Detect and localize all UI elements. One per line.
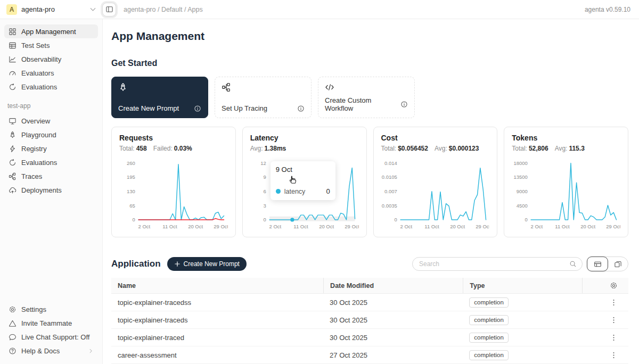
table-row[interactable]: career-assessment 27 Oct 2025 completion (111, 346, 628, 364)
svg-text:11 Oct: 11 Oct (555, 224, 570, 229)
app-date-modified: 30 Oct 2025 (323, 299, 463, 307)
sidebar-item-help-docs[interactable]: Help & Docs (4, 344, 98, 358)
metric-stat: Avg:$0.000123 (435, 145, 479, 152)
chart-tooltip: 9 Oct latency 0 (271, 161, 335, 200)
table-row[interactable]: topic-explainer-traceds 30 Oct 2025 comp… (111, 311, 628, 329)
chevron-right-icon (88, 348, 94, 354)
workspace-avatar: A (6, 4, 17, 15)
gear-icon (610, 282, 618, 289)
type-badge: completion (469, 297, 509, 308)
sidebar-item-app-management[interactable]: App Management (4, 24, 98, 38)
table-row[interactable]: topic-explainer-traced 30 Oct 2025 compl… (111, 329, 628, 346)
svg-text:6: 6 (263, 188, 266, 194)
sidebar-item-label: Evaluators (21, 69, 54, 77)
svg-text:29 Oct: 29 Oct (214, 224, 227, 229)
sidebar-item-traces[interactable]: Traces (4, 169, 98, 183)
svg-text:13500: 13500 (514, 174, 528, 180)
create-new-prompt-button[interactable]: Create New Prompt (167, 257, 247, 271)
sidebar-item-deployments[interactable]: Deployments (4, 183, 98, 197)
sidebar-item-evaluators[interactable]: Evaluators (4, 66, 98, 80)
svg-text:4500: 4500 (517, 203, 528, 209)
info-icon[interactable] (194, 105, 201, 112)
requests-metric-card: Requests Total:458 Failed:0.03% 06513019… (111, 127, 236, 237)
tokens-chart[interactable]: 04500900013500180002 Oct11 Oct20 Oct29 O… (512, 155, 620, 235)
table-row[interactable]: topic-explainer-tracedss 30 Oct 2025 com… (111, 294, 628, 311)
type-badge: completion (469, 350, 509, 360)
svg-text:29 Oct: 29 Oct (607, 224, 620, 229)
sidebar-item-settings[interactable]: Settings (4, 302, 98, 316)
kebab-icon (610, 351, 618, 359)
sidebar-item-label: Traces (21, 172, 42, 180)
svg-text:2 Oct: 2 Oct (269, 224, 281, 229)
cost-metric-card: Cost Total:$0.056452 Avg:$0.000123 00.00… (373, 127, 498, 237)
cloud-up-icon (9, 186, 17, 194)
row-menu-button[interactable] (610, 316, 618, 324)
search-input[interactable] (419, 260, 569, 268)
workspace-switcher[interactable]: A agenta-pro (0, 4, 100, 15)
kebab-icon (610, 334, 618, 342)
tokens-metric-card: Tokens Total:52,806 Avg:115.3 0450090001… (504, 127, 628, 237)
sidebar-item-label: Registry (21, 145, 47, 153)
requests-chart[interactable]: 0651301952602 Oct11 Oct20 Oct29 Oct (119, 155, 228, 235)
sidebar-item-evaluations[interactable]: Evaluations (4, 80, 98, 94)
search-icon[interactable] (569, 260, 577, 268)
info-icon[interactable] (400, 101, 408, 108)
sidebar-item-test-sets[interactable]: Test Sets (4, 38, 98, 52)
card-view-button[interactable] (608, 257, 628, 271)
sidebar-item-label: Help & Docs (21, 347, 60, 355)
tree-icon (222, 82, 231, 92)
sidebar-collapse-button[interactable] (102, 3, 116, 16)
set-up-tracing-card[interactable]: Set Up Tracing (215, 77, 312, 118)
sidebar-item-observability[interactable]: Observability (4, 52, 98, 66)
info-icon[interactable] (297, 105, 305, 112)
create-custom-workflow-card[interactable]: Create Custom Workflow (318, 77, 415, 118)
metric-stat: Avg:1.38ms (250, 145, 286, 152)
sidebar-item-label: Live Chat Support: Off (21, 333, 89, 341)
svg-text:0: 0 (525, 217, 528, 222)
card-label: Create New Prompt (118, 104, 179, 112)
app-date-modified: 30 Oct 2025 (323, 316, 463, 324)
column-header-name[interactable]: Name (111, 282, 323, 289)
svg-text:2 Oct: 2 Oct (531, 224, 543, 229)
chart-line-icon (9, 55, 17, 63)
code-icon (325, 82, 334, 92)
sidebar-item-playground[interactable]: Playground (4, 128, 98, 142)
eval-loop-icon (9, 83, 17, 91)
svg-text:0: 0 (394, 217, 397, 222)
svg-text:11 Oct: 11 Oct (162, 224, 177, 229)
table-header: Name Date Modified Type (111, 278, 628, 294)
column-header-date-modified[interactable]: Date Modified (323, 278, 463, 293)
svg-text:29 Oct: 29 Oct (345, 224, 358, 229)
view-toggle (587, 257, 628, 271)
cost-chart[interactable]: 00.00350.0070.01050.0142 Oct11 Oct20 Oct… (381, 155, 490, 235)
sidebar-item-registry[interactable]: Registry (4, 142, 98, 155)
row-menu-button[interactable] (610, 299, 618, 307)
svg-text:130: 130 (127, 188, 135, 194)
row-menu-button[interactable] (610, 334, 618, 342)
sidebar-item-invite-teammate[interactable]: Invite Teammate (4, 316, 98, 330)
app-name: topic-explainer-traced (111, 334, 323, 342)
metric-stat: Failed:0.03% (153, 145, 192, 152)
metric-stat: Avg:115.3 (555, 145, 585, 152)
triangle-icon (9, 319, 17, 327)
sidebar-item-label: App Management (21, 28, 76, 36)
svg-text:195: 195 (127, 174, 135, 180)
table-view-button[interactable] (587, 257, 608, 271)
sidebar-item-app-evaluations[interactable]: Evaluations (4, 155, 98, 169)
row-menu-button[interactable] (610, 351, 618, 359)
create-new-prompt-card[interactable]: Create New Prompt (111, 77, 208, 118)
svg-text:20 Oct: 20 Oct (319, 224, 334, 229)
gear-icon (9, 305, 17, 313)
sidebar-item-label: Evaluations (21, 159, 57, 167)
column-header-type[interactable]: Type (463, 278, 581, 293)
metric-title: Cost (381, 134, 490, 142)
sidebar-item-live-chat-support[interactable]: Live Chat Support: Off (4, 330, 98, 344)
sidebar-item-label: Deployments (21, 186, 62, 194)
table-settings-button[interactable] (610, 282, 618, 289)
sidebar-item-overview[interactable]: Overview (4, 114, 98, 128)
search-box (412, 257, 583, 271)
svg-text:20 Oct: 20 Oct (580, 224, 595, 229)
app-date-modified: 30 Oct 2025 (323, 334, 463, 342)
chevron-down-icon (89, 5, 97, 13)
series-dot (276, 189, 281, 194)
